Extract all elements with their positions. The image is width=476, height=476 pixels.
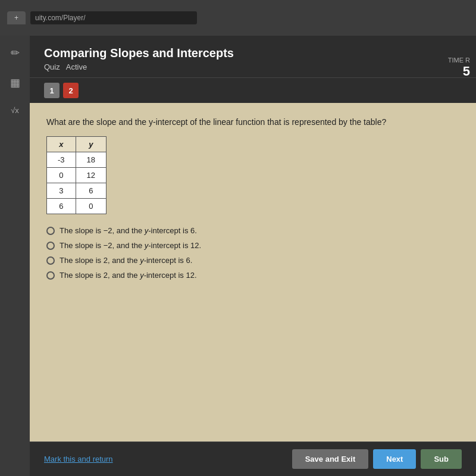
address-bar[interactable]: uity.com/Player/ [30, 11, 197, 24]
question-text: What are the slope and the y-intercept o… [46, 117, 459, 127]
table-cell: 3 [47, 183, 76, 199]
data-table: x y -3180123660 [46, 136, 107, 214]
table-cell: -3 [47, 152, 76, 168]
timer-label: TIME R [448, 57, 470, 64]
radio-c[interactable] [46, 256, 55, 265]
table-cell: 12 [76, 168, 106, 183]
answer-text-c: The slope is 2, and the y-intercept is 6… [60, 256, 192, 265]
table-cell: 0 [47, 168, 76, 183]
answer-option-b[interactable]: The slope is −2, and the y-intercept is … [46, 241, 459, 250]
table-header-y: y [76, 137, 106, 152]
answer-option-c[interactable]: The slope is 2, and the y-intercept is 6… [46, 256, 459, 265]
footer-buttons: Save and Exit Next Sub [292, 449, 462, 469]
quiz-subtitle: Quiz Active [44, 62, 462, 71]
question-nav-item-1[interactable]: 1 [44, 83, 60, 98]
quiz-area: Comparing Slopes and Intercepts Quiz Act… [30, 36, 476, 476]
table-row: 012 [47, 168, 107, 183]
status-badge: Active [66, 62, 87, 71]
next-button[interactable]: Next [373, 449, 416, 469]
table-row: 36 [47, 183, 107, 199]
browser-chrome: + uity.com/Player/ [0, 0, 476, 36]
answer-text-b: The slope is −2, and the y-intercept is … [60, 241, 201, 250]
question-nav: 1 2 [30, 78, 476, 103]
main-wrapper: ✏ ▦ √x Comparing Slopes and Intercepts Q… [0, 36, 476, 476]
browser-tab[interactable]: + [7, 11, 26, 24]
table-row: 60 [47, 199, 107, 214]
answer-text-d: The slope is 2, and the y-intercept is 1… [60, 271, 197, 280]
submit-button[interactable]: Sub [421, 449, 462, 469]
radio-d[interactable] [46, 271, 55, 280]
answer-text-a: The slope is −2, and the y-intercept is … [60, 226, 197, 235]
quiz-header: Comparing Slopes and Intercepts Quiz Act… [30, 36, 476, 78]
table-row: -318 [47, 152, 107, 168]
table-cell: 6 [47, 199, 76, 214]
radio-a[interactable] [46, 227, 55, 235]
table-header-x: x [47, 137, 76, 152]
footer-bar: Mark this and return Save and Exit Next … [30, 441, 476, 476]
quiz-title: Comparing Slopes and Intercepts [44, 46, 462, 60]
table-cell: 0 [76, 199, 106, 214]
formula-icon[interactable]: √x [7, 102, 23, 118]
content-area: What are the slope and the y-intercept o… [30, 103, 476, 441]
pencil-icon[interactable]: ✏ [7, 43, 23, 63]
sidebar: ✏ ▦ √x [0, 36, 30, 476]
save-exit-button[interactable]: Save and Exit [292, 449, 369, 469]
question-nav-item-2[interactable]: 2 [63, 83, 79, 98]
table-cell: 18 [76, 152, 106, 168]
quiz-label: Quiz [44, 62, 60, 71]
radio-b[interactable] [46, 242, 55, 250]
timer-value: 5 [448, 64, 470, 79]
timer-area: TIME R 5 [448, 57, 470, 79]
table-cell: 6 [76, 183, 106, 199]
mark-return-link[interactable]: Mark this and return [44, 455, 113, 464]
answer-option-a[interactable]: The slope is −2, and the y-intercept is … [46, 226, 459, 235]
answer-choices: The slope is −2, and the y-intercept is … [46, 226, 459, 280]
answer-option-d[interactable]: The slope is 2, and the y-intercept is 1… [46, 271, 459, 280]
calculator-icon[interactable]: ▦ [7, 73, 24, 93]
